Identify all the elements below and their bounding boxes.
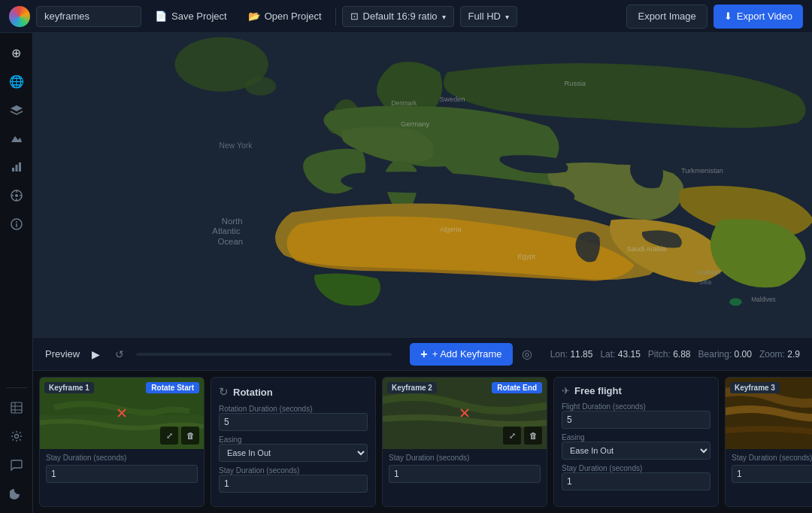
keyframe-rotation-card: ↻ Rotation Rotation Duration (seconds) E… — [211, 377, 376, 507]
hd-chevron-icon — [505, 11, 509, 22]
map-container[interactable]: North Atlantic Ocean New York Germany Sw… — [33, 33, 812, 337]
sidebar-item-tool[interactable] — [5, 184, 29, 208]
kf2-stay-input[interactable] — [389, 465, 541, 483]
sidebar: ⊕ 🌐 — [0, 33, 33, 513]
flight-2-duration-input[interactable] — [562, 411, 710, 429]
preview-label: Preview — [45, 348, 80, 360]
plus-icon — [420, 348, 427, 361]
sync-button[interactable] — [522, 347, 532, 361]
pitch-coord: Pitch: 6.88 — [648, 349, 691, 360]
timeline-bar: Preview + Add Keyframe Lon: 11.85 — [33, 337, 812, 370]
export-image-button[interactable]: Export Image — [626, 5, 707, 29]
sidebar-item-table[interactable] — [5, 396, 29, 420]
svg-text:Denmark: Denmark — [392, 100, 417, 107]
divider — [335, 8, 336, 26]
keyframes-strip: Keyframe 1 Rotate Start ⤢ 🗑 Stay Duratio… — [33, 370, 812, 513]
keyframe-card-3[interactable]: Keyframe 3 Free flight ⤢ ⊡ 🗑 Stay Durati… — [725, 377, 812, 507]
kf1-delete-button[interactable]: 🗑 — [181, 426, 199, 445]
svg-rect-12 — [11, 402, 22, 413]
sidebar-item-terrain[interactable] — [5, 126, 29, 150]
kf1-stay-input[interactable] — [46, 465, 198, 483]
play-button[interactable] — [89, 347, 103, 362]
rotate-icon: ↻ — [219, 385, 229, 399]
download-icon — [724, 11, 732, 22]
kf2-action-badge: Rotate End — [492, 382, 542, 393]
keyframe-2-flight-card: ✈ Free flight Flight Duration (seconds) … — [553, 377, 719, 507]
sync-icon — [522, 348, 532, 360]
kf2-thumb-actions: ⤢ 🗑 — [503, 426, 542, 445]
rotation-duration-input[interactable] — [219, 413, 368, 431]
kf2-body: Stay Duration (seconds) — [383, 449, 547, 506]
flight-2-stay-section: Stay Duration (seconds) — [554, 464, 718, 495]
svg-text:Russia: Russia — [565, 80, 586, 87]
open-project-button[interactable]: 📂 Open Project — [241, 8, 329, 25]
topbar: 📄 Save Project 📂 Open Project ⊡ Default … — [0, 0, 812, 33]
svg-text:Sweden: Sweden — [440, 96, 465, 103]
sidebar-item-layers[interactable] — [5, 98, 29, 122]
sidebar-item-settings[interactable] — [5, 424, 29, 448]
sidebar-item-globe[interactable]: 🌐 — [5, 69, 29, 93]
rotation-easing-select[interactable]: Ease In Out Linear Ease In Ease Out — [219, 444, 368, 462]
kf3-stay-input[interactable] — [732, 465, 812, 483]
svg-text:New York: New York — [220, 141, 253, 150]
sidebar-item-location[interactable]: ⊕ — [5, 41, 29, 65]
flight-2-title: Free flight — [574, 385, 622, 396]
svg-text:Ocean: Ocean — [218, 237, 244, 246]
flight-2-duration-section: Flight Duration (seconds) Easing Ease In… — [554, 401, 718, 464]
svg-text:Maldives: Maldives — [751, 296, 776, 303]
kf1-action-badge: Rotate Start — [146, 382, 199, 393]
kf2-delete-button[interactable]: 🗑 — [524, 426, 542, 445]
svg-point-22 — [729, 298, 742, 305]
keyframe-card-2[interactable]: Keyframe 2 Rotate End ⤢ 🗑 Stay Duration … — [382, 377, 547, 507]
keyframe-card-1[interactable]: Keyframe 1 Rotate Start ⤢ 🗑 Stay Duratio… — [39, 377, 205, 507]
kf1-badge: Keyframe 1 — [44, 382, 94, 393]
svg-text:Saudi Arabia: Saudi Arabia — [626, 245, 667, 253]
svg-text:Sea: Sea — [699, 278, 712, 286]
kf3-body: Stay Duration (seconds) — [726, 449, 812, 506]
svg-text:Turkmenistan: Turkmenistan — [681, 167, 723, 175]
rotation-duration-label: Rotation Duration (seconds) — [219, 405, 368, 413]
file-icon: 📄 — [155, 11, 167, 22]
sidebar-item-info[interactable] — [5, 212, 29, 236]
svg-rect-2 — [19, 162, 21, 172]
rotation-stay-input[interactable] — [219, 475, 368, 493]
svg-text:Algeria: Algeria — [440, 226, 462, 233]
svg-text:Atlantic: Atlantic — [212, 226, 241, 235]
refresh-icon — [115, 348, 124, 360]
flight-2-stay-input[interactable] — [562, 472, 710, 490]
sidebar-item-chart[interactable] — [5, 155, 29, 179]
sidebar-item-chat[interactable] — [5, 453, 29, 477]
refresh-button[interactable] — [112, 347, 127, 362]
play-icon — [92, 348, 100, 360]
rotation-easing-label: Easing — [219, 436, 368, 444]
app-logo — [9, 6, 30, 27]
lon-coord: Lon: 11.85 — [550, 349, 593, 360]
hd-selector[interactable]: Full HD — [460, 6, 517, 27]
kf2-stay-label: Stay Duration (seconds) — [389, 454, 541, 462]
lat-coord: Lat: 43.15 — [600, 349, 640, 360]
rotation-duration-section: Rotation Duration (seconds) Easing Ease … — [211, 403, 375, 466]
svg-text:Germany: Germany — [401, 120, 430, 128]
kf1-expand-button[interactable]: ⤢ — [160, 426, 178, 445]
project-name-input[interactable] — [36, 6, 141, 27]
timeline-progress[interactable] — [136, 353, 392, 356]
add-keyframe-button[interactable]: + Add Keyframe — [410, 343, 512, 366]
svg-point-16 — [14, 435, 18, 439]
svg-point-19 — [245, 77, 276, 96]
kf2-expand-button[interactable]: ⤢ — [503, 426, 521, 445]
flight-2-easing-select[interactable]: Ease In Out Linear Ease In Ease Out — [562, 442, 710, 460]
svg-text:Egypt: Egypt — [517, 253, 535, 260]
sidebar-item-night[interactable] — [5, 481, 29, 505]
kf3-badge: Keyframe 3 — [730, 382, 780, 393]
ratio-selector[interactable]: ⊡ Default 16:9 ratio — [342, 6, 454, 27]
svg-text:Arabian: Arabian — [697, 269, 721, 276]
save-project-button[interactable]: 📄 Save Project — [147, 8, 235, 25]
rotation-stay-label: Stay Duration (seconds) — [219, 466, 368, 475]
content-area: North Atlantic Ocean New York Germany Sw… — [33, 33, 812, 513]
keyframe-thumb-1: Keyframe 1 Rotate Start ⤢ 🗑 — [40, 378, 204, 449]
svg-point-11 — [16, 221, 17, 223]
kf1-stay-label: Stay Duration (seconds) — [46, 454, 198, 462]
export-video-button[interactable]: Export Video — [714, 5, 803, 29]
keyframe-thumb-3: Keyframe 3 Free flight ⤢ ⊡ 🗑 — [726, 378, 812, 449]
svg-rect-0 — [12, 168, 14, 172]
